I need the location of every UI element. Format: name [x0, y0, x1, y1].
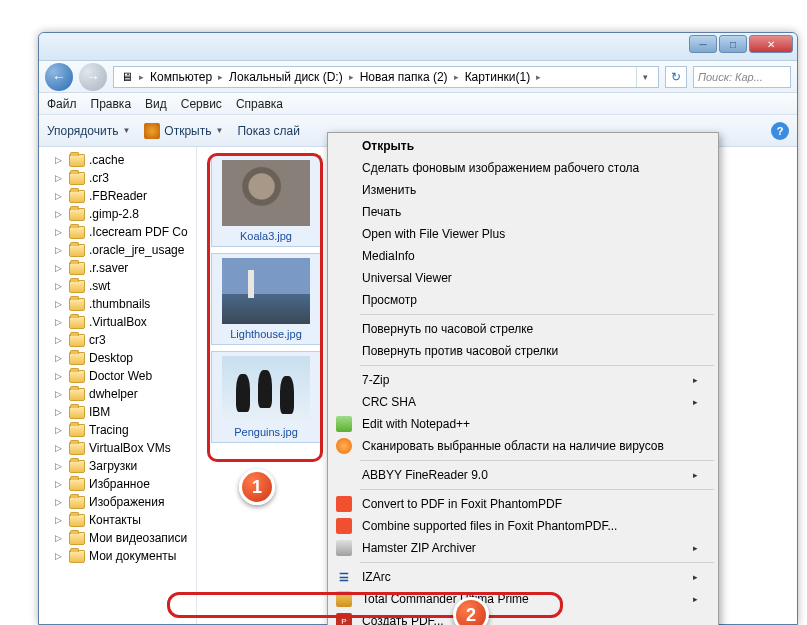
tree-item[interactable]: ▷.swt	[39, 277, 196, 295]
folder-icon	[69, 244, 85, 257]
file-penguins[interactable]: Penguins.jpg	[211, 351, 321, 443]
ctx-print[interactable]: Печать	[330, 201, 716, 223]
ctx-open[interactable]: Открыть	[330, 135, 716, 157]
folder-icon	[69, 370, 85, 383]
context-menu: Открыть Сделать фоновым изображением раб…	[327, 132, 719, 625]
explorer-window: ─ □ ✕ ← → 🖥▸ Компьютер▸ Локальный диск (…	[38, 32, 798, 625]
tree-item[interactable]: ▷Избранное	[39, 475, 196, 493]
breadcrumb-dropdown[interactable]: ▾	[636, 67, 654, 87]
tree-item[interactable]: ▷Загрузки	[39, 457, 196, 475]
menu-file[interactable]: Файл	[47, 97, 77, 111]
tree-item[interactable]: ▷.cr3	[39, 169, 196, 187]
tree-item[interactable]: ▷Изображения	[39, 493, 196, 511]
refresh-button[interactable]: ↻	[665, 66, 687, 88]
titlebar[interactable]: ─ □ ✕	[39, 33, 797, 61]
forward-button[interactable]: →	[79, 63, 107, 91]
folder-icon	[69, 280, 85, 293]
maximize-button[interactable]: □	[719, 35, 747, 53]
folder-icon	[69, 352, 85, 365]
notepad-icon	[336, 416, 352, 432]
ctx-univiewer[interactable]: Universal Viewer	[330, 267, 716, 289]
tree-label: .r.saver	[89, 261, 128, 275]
bc-drive[interactable]: Локальный диск (D:)	[226, 70, 346, 84]
tree-item[interactable]: ▷Doctor Web	[39, 367, 196, 385]
ctx-izarc[interactable]: ☰IZArc▸	[330, 566, 716, 588]
breadcrumb[interactable]: 🖥▸ Компьютер▸ Локальный диск (D:)▸ Новая…	[113, 66, 659, 88]
folder-icon	[69, 478, 85, 491]
menu-view[interactable]: Вид	[145, 97, 167, 111]
tree-label: .swt	[89, 279, 110, 293]
tree-item[interactable]: ▷.r.saver	[39, 259, 196, 277]
ctx-avast-scan[interactable]: Сканировать выбранные области на наличие…	[330, 435, 716, 457]
ctx-preview[interactable]: Просмотр	[330, 289, 716, 311]
tree-item[interactable]: ▷cr3	[39, 331, 196, 349]
ctx-wallpaper[interactable]: Сделать фоновым изображением рабочего ст…	[330, 157, 716, 179]
slideshow-button[interactable]: Показ слай	[237, 124, 300, 138]
ctx-foxit-convert[interactable]: Convert to PDF in Foxit PhantomPDF	[330, 493, 716, 515]
tree-item[interactable]: ▷.Icecream PDF Co	[39, 223, 196, 241]
bc-folder2[interactable]: Картинки(1)	[462, 70, 534, 84]
izarc-icon: ☰	[336, 569, 352, 585]
menu-bar: Файл Правка Вид Сервис Справка	[39, 93, 797, 115]
folder-icon	[69, 226, 85, 239]
ctx-abbyy[interactable]: ABBYY FineReader 9.0▸	[330, 464, 716, 486]
ctx-tcup[interactable]: Total Commander Ultima Prime▸	[330, 588, 716, 610]
ctx-create-pdf[interactable]: PСоздать PDF...	[330, 610, 716, 625]
ctx-crcsha[interactable]: CRC SHA▸	[330, 391, 716, 413]
tree-label: .VirtualBox	[89, 315, 147, 329]
tree-item[interactable]: ▷.thumbnails	[39, 295, 196, 313]
content-pane[interactable]: Koala3.jpg Lighthouse.jpg Penguins.jpg 1…	[197, 147, 797, 624]
open-button[interactable]: Открыть▼	[144, 123, 223, 139]
tree-label: Загрузки	[89, 459, 137, 473]
thumbnail-icon	[222, 160, 310, 226]
folder-icon	[69, 262, 85, 275]
close-button[interactable]: ✕	[749, 35, 793, 53]
ctx-notepadpp[interactable]: Edit with Notepad++	[330, 413, 716, 435]
tree-item[interactable]: ▷VirtualBox VMs	[39, 439, 196, 457]
help-button[interactable]: ?	[771, 122, 789, 140]
hamster-icon	[336, 540, 352, 556]
tree-item[interactable]: ▷Мои видеозаписи	[39, 529, 196, 547]
tree-item[interactable]: ▷.gimp-2.8	[39, 205, 196, 223]
tree-label: dwhelper	[89, 387, 138, 401]
search-input[interactable]: Поиск: Кар...	[693, 66, 791, 88]
file-lighthouse[interactable]: Lighthouse.jpg	[211, 253, 321, 345]
ctx-mediainfo[interactable]: MediaInfo	[330, 245, 716, 267]
tree-item[interactable]: ▷.cache	[39, 151, 196, 169]
tree-item[interactable]: ▷.oracle_jre_usage	[39, 241, 196, 259]
minimize-button[interactable]: ─	[689, 35, 717, 53]
tree-item[interactable]: ▷.FBReader	[39, 187, 196, 205]
ctx-hamster[interactable]: Hamster ZIP Archiver▸	[330, 537, 716, 559]
ctx-7zip[interactable]: 7-Zip▸	[330, 369, 716, 391]
file-koala[interactable]: Koala3.jpg	[211, 155, 321, 247]
tree-item[interactable]: ▷Tracing	[39, 421, 196, 439]
ctx-foxit-combine[interactable]: Combine supported files in Foxit Phantom…	[330, 515, 716, 537]
organize-button[interactable]: Упорядочить▼	[47, 124, 130, 138]
menu-service[interactable]: Сервис	[181, 97, 222, 111]
ctx-edit[interactable]: Изменить	[330, 179, 716, 201]
back-button[interactable]: ←	[45, 63, 73, 91]
folder-icon	[69, 442, 85, 455]
menu-help[interactable]: Справка	[236, 97, 283, 111]
folder-tree[interactable]: ▷.cache▷.cr3▷.FBReader▷.gimp-2.8▷.Icecre…	[39, 147, 197, 624]
folder-icon	[69, 424, 85, 437]
bc-computer[interactable]: Компьютер	[147, 70, 215, 84]
tree-label: IBM	[89, 405, 110, 419]
tree-item[interactable]: ▷dwhelper	[39, 385, 196, 403]
ctx-fileviewer[interactable]: Open with File Viewer Plus	[330, 223, 716, 245]
tree-item[interactable]: ▷Desktop	[39, 349, 196, 367]
bc-folder1[interactable]: Новая папка (2)	[357, 70, 451, 84]
tree-item[interactable]: ▷Мои документы	[39, 547, 196, 565]
tree-label: .cache	[89, 153, 124, 167]
foxit-icon	[336, 496, 352, 512]
menu-edit[interactable]: Правка	[91, 97, 132, 111]
tree-item[interactable]: ▷IBM	[39, 403, 196, 421]
folder-icon	[69, 514, 85, 527]
ctx-rotate-ccw[interactable]: Повернуть против часовой стрелки	[330, 340, 716, 362]
ctx-rotate-cw[interactable]: Повернуть по часовой стрелке	[330, 318, 716, 340]
folder-icon	[69, 316, 85, 329]
folder-icon	[69, 406, 85, 419]
tree-label: Мои видеозаписи	[89, 531, 187, 545]
tree-item[interactable]: ▷.VirtualBox	[39, 313, 196, 331]
tree-item[interactable]: ▷Контакты	[39, 511, 196, 529]
